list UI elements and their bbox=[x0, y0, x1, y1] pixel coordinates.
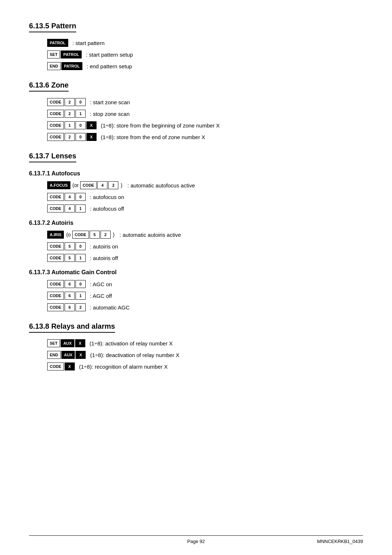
btn-code-agc2: CODE bbox=[47, 292, 64, 300]
autoiris-cmd-2: CODE 5 0 : autoiris on bbox=[47, 242, 363, 250]
pattern-desc-1: : start pattern bbox=[73, 40, 105, 46]
relay-desc-1: (1÷8): activation of relay number X bbox=[90, 340, 173, 347]
btn-code-af2: CODE bbox=[47, 193, 64, 201]
btn-4-af2: 4 bbox=[65, 193, 75, 201]
btn-patrol-2: PATROL bbox=[61, 50, 82, 58]
agc-cmd-2: CODE 6 1 : AGC off bbox=[47, 292, 363, 300]
btn-code-agc1: CODE bbox=[47, 280, 64, 288]
airis-paren-close: ) bbox=[113, 232, 115, 238]
subsection-autofocus-heading: 6.13.7.1 Autofocus bbox=[29, 170, 363, 177]
subsection-agc-heading: 6.13.7.3 Automatic Gain Control bbox=[29, 269, 363, 276]
btn-2-ai1: 2 bbox=[101, 231, 111, 239]
btn-x-relay3: X bbox=[65, 362, 75, 370]
zone-cmd-2: CODE 2 1 : stop zone scan bbox=[47, 110, 363, 118]
section-zone: 6.13.6 Zone CODE 2 0 : start zone scan C… bbox=[29, 81, 363, 141]
btn-patrol-1: PATROL bbox=[47, 39, 68, 47]
btn-0-af2: 0 bbox=[75, 193, 86, 201]
pattern-cmd-2: SET PATROL : start pattern setup bbox=[47, 50, 363, 58]
agc-cmd-1: CODE 6 0 : AGC on bbox=[47, 280, 363, 288]
btn-x-relay2: X bbox=[75, 351, 86, 359]
relay-cmd-2: END AUX X (1÷8): deactivation of relay n… bbox=[47, 351, 363, 359]
btn-2-z4: 2 bbox=[65, 133, 75, 141]
relay-desc-3: (1÷8): recognition of alarm number X bbox=[79, 364, 168, 370]
btn-1-agc2: 1 bbox=[75, 292, 86, 300]
autofocus-desc-3: : autofocus off bbox=[90, 206, 124, 212]
agc-cmd-3: CODE 6 2 : automatic AGC bbox=[47, 303, 363, 311]
btn-x-z3: X bbox=[86, 121, 97, 129]
zone-desc-3: (1÷8): store from the beginning of zone … bbox=[101, 122, 220, 129]
section-pattern-heading: 6.13.5 Pattern bbox=[29, 22, 76, 32]
btn-1-af3: 1 bbox=[75, 204, 86, 212]
subsection-autoiris-heading: 6.13.7.2 Autoiris bbox=[29, 220, 363, 226]
section-relays-heading: 6.13.8 Relays and alarms bbox=[29, 322, 115, 333]
autofocus-desc-2: : autofocus on bbox=[90, 194, 124, 200]
btn-6-agc1: 6 bbox=[65, 280, 75, 288]
btn-2-z1: 2 bbox=[65, 98, 75, 106]
autoiris-cmd-3: CODE 5 1 : autoiris off bbox=[47, 254, 363, 262]
pattern-cmd-1: PATROL : start pattern bbox=[47, 39, 363, 47]
btn-aux-relay2: AUX bbox=[61, 351, 75, 359]
autofocus-cmd-1: A.FOCUS (or CODE 4 2 ) : automatic autof… bbox=[47, 181, 363, 189]
agc-desc-3: : automatic AGC bbox=[90, 304, 130, 311]
zone-desc-4: (1÷8): store from the end of zone number… bbox=[101, 134, 205, 140]
btn-0-z4: 0 bbox=[75, 133, 86, 141]
pattern-desc-3: : end pattern setup bbox=[87, 63, 132, 69]
subsection-autoiris: 6.13.7.2 Autoiris A.IRIS (o CODE 5 2 ) :… bbox=[29, 220, 363, 262]
zone-cmd-1: CODE 2 0 : start zone scan bbox=[47, 98, 363, 106]
btn-code-af1: CODE bbox=[80, 181, 97, 189]
btn-code-relay3: CODE bbox=[47, 362, 64, 370]
relay-cmd-3: CODE X (1÷8): recognition of alarm numbe… bbox=[47, 362, 363, 370]
doc-id: MNNCEKRKB1_0439 bbox=[317, 539, 363, 544]
zone-cmd-4: CODE 2 0 X (1÷8): store from the end of … bbox=[47, 133, 363, 141]
btn-6-agc2: 6 bbox=[65, 292, 75, 300]
afocus-paren-close: ) bbox=[121, 182, 122, 188]
btn-airis: A.IRIS bbox=[47, 231, 64, 239]
autoiris-desc-2: : autoiris on bbox=[90, 243, 118, 250]
btn-4-af3: 4 bbox=[65, 204, 75, 212]
relay-desc-2: (1÷8): deactivation of relay number X bbox=[90, 352, 179, 358]
page-number: Page 92 bbox=[187, 539, 205, 544]
afocus-paren-open: (or bbox=[73, 182, 79, 188]
btn-1-ai3: 1 bbox=[75, 254, 86, 262]
btn-x-relay1: X bbox=[75, 339, 85, 347]
relay-cmd-1: SET AUX X (1÷8): activation of relay num… bbox=[47, 339, 363, 347]
subsection-agc: 6.13.7.3 Automatic Gain Control CODE 6 0… bbox=[29, 269, 363, 311]
autofocus-cmd-3: CODE 4 1 : autofocus off bbox=[47, 204, 363, 212]
btn-1-z3: 1 bbox=[65, 121, 75, 129]
zone-desc-1: : start zone scan bbox=[90, 99, 130, 105]
btn-code-z4: CODE bbox=[47, 133, 64, 141]
btn-end-relay: END bbox=[47, 351, 61, 359]
btn-code-af3: CODE bbox=[47, 204, 64, 212]
btn-5-ai2: 5 bbox=[65, 242, 75, 250]
btn-code-ai3: CODE bbox=[47, 254, 64, 262]
section-lenses-heading: 6.13.7 Lenses bbox=[29, 152, 76, 162]
btn-patrol-3: PATROL bbox=[61, 62, 82, 70]
btn-0-z3: 0 bbox=[75, 121, 86, 129]
btn-code-ai1: CODE bbox=[72, 231, 89, 239]
btn-0-z1: 0 bbox=[75, 98, 86, 106]
btn-2-af1: 2 bbox=[108, 181, 118, 189]
pattern-cmd-3: END PATROL : end pattern setup bbox=[47, 62, 363, 70]
btn-afocus: A.FOCUS bbox=[47, 181, 70, 189]
zone-cmd-3: CODE 1 0 X (1÷8): store from the beginni… bbox=[47, 121, 363, 129]
autofocus-desc-1: : automatic autofocus active bbox=[127, 182, 195, 189]
btn-5-ai1: 5 bbox=[90, 231, 100, 239]
btn-2-agc3: 2 bbox=[75, 303, 86, 311]
agc-desc-2: : AGC off bbox=[90, 293, 112, 299]
btn-0-ai2: 0 bbox=[75, 242, 86, 250]
btn-5-ai3: 5 bbox=[65, 254, 75, 262]
airis-paren-open: (o bbox=[66, 232, 70, 238]
btn-0-agc1: 0 bbox=[75, 280, 86, 288]
autoiris-cmd-1: A.IRIS (o CODE 5 2 ) : automatic autoiri… bbox=[47, 231, 363, 239]
section-lenses: 6.13.7 Lenses 6.13.7.1 Autofocus A.FOCUS… bbox=[29, 152, 363, 311]
autoiris-desc-3: : autoiris off bbox=[90, 255, 118, 261]
btn-code-z3: CODE bbox=[47, 121, 64, 129]
subsection-autofocus: 6.13.7.1 Autofocus A.FOCUS (or CODE 4 2 … bbox=[29, 170, 363, 212]
page-footer: Page 92 MNNCEKRKB1_0439 bbox=[29, 535, 363, 544]
btn-6-agc3: 6 bbox=[65, 303, 75, 311]
btn-2-z2: 2 bbox=[65, 110, 75, 118]
btn-x-z4: X bbox=[86, 133, 97, 141]
btn-aux-relay1: AUX bbox=[61, 339, 74, 347]
agc-desc-1: : AGC on bbox=[90, 281, 112, 287]
btn-1-z2: 1 bbox=[75, 110, 86, 118]
